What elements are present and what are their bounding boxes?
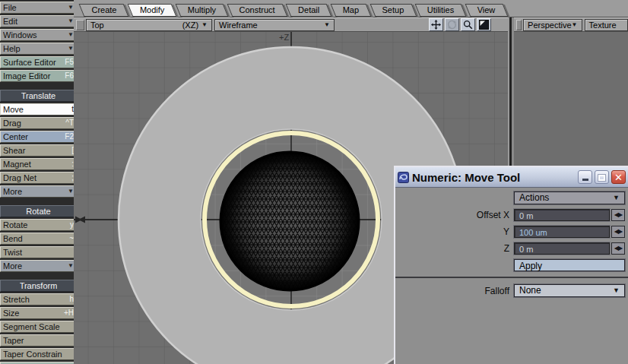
tool-stretch[interactable]: Stretchh	[0, 293, 77, 305]
tab-label: Setup	[382, 5, 404, 14]
actions-label: Actions	[519, 191, 549, 204]
tool-taper[interactable]: Taper	[0, 334, 77, 347]
translate-more-button[interactable]: More	[0, 185, 77, 198]
tab-detail[interactable]: Detail	[288, 4, 329, 17]
tool-magnet[interactable]: Magnet:	[0, 158, 77, 170]
label: Magnet	[3, 159, 71, 169]
chevron-down-icon: ▼	[324, 20, 330, 30]
move-view-button[interactable]	[429, 18, 443, 31]
tab-label: Multiply	[188, 5, 216, 14]
tool-drag-net[interactable]: Drag Net;	[0, 172, 77, 184]
pane-handle-icon[interactable]	[516, 20, 522, 30]
label: More	[3, 261, 68, 271]
label: Edit	[3, 16, 68, 27]
menu-edit[interactable]: Edit	[0, 15, 77, 27]
viewport-nav-icons	[427, 18, 491, 31]
render-mode-dropdown[interactable]: Texture	[585, 19, 628, 31]
label: Rotate	[3, 220, 70, 230]
label: File	[3, 2, 68, 13]
label: Segment Scale	[3, 321, 74, 332]
tool-center[interactable]: CenterF2	[0, 131, 77, 143]
divider	[0, 84, 74, 90]
modeler-app-window: File Edit Windows Help Surface EditorF5 …	[0, 0, 628, 364]
label: Help	[3, 43, 68, 54]
dialog-title: Numeric: Move Tool	[412, 171, 576, 184]
apply-button[interactable]: Apply	[514, 259, 625, 271]
tab-label: Create	[91, 5, 116, 14]
offset-z-field[interactable]: 0 m	[514, 242, 610, 255]
falloff-dropdown[interactable]: None ▼	[514, 284, 625, 297]
perspective-viewport-toolbar: Perspective ▼ Texture	[514, 17, 628, 32]
view-type-value: Top	[90, 20, 104, 30]
view-type-value: Perspective	[528, 20, 571, 30]
numeric-move-tool-dialog: Numeric: Move Tool ✕ Actions ▼ Offset X …	[394, 166, 628, 364]
tool-twist[interactable]: Twist	[0, 246, 77, 258]
image-editor-button[interactable]: Image EditorF6	[0, 70, 77, 82]
tool-drag[interactable]: Drag^T	[0, 117, 77, 129]
tab-construct[interactable]: Construct	[230, 4, 285, 17]
offset-y-stepper[interactable]: ◀▶	[611, 226, 625, 238]
label: Shear	[3, 145, 71, 156]
tool-bend[interactable]: Bend~	[0, 233, 77, 245]
tool-rotate[interactable]: Rotatey	[0, 219, 77, 231]
tab-view[interactable]: View	[468, 4, 506, 17]
chevron-down-icon: ▼	[572, 20, 578, 30]
tab-label: Modify	[140, 5, 164, 14]
zoom-view-button[interactable]	[461, 18, 475, 31]
left-sidebar: File Edit Windows Help Surface EditorF5 …	[0, 0, 74, 364]
tool-taper-constrain[interactable]: Taper Constrain	[0, 348, 77, 360]
rotate-view-button[interactable]	[445, 18, 459, 31]
offset-x-row: Offset X 0 m ◀▶	[395, 208, 625, 221]
menu-file[interactable]: File	[0, 2, 77, 14]
tab-setup[interactable]: Setup	[373, 4, 414, 17]
move-tool-icon	[431, 20, 441, 30]
offset-x-stepper[interactable]: ◀▶	[611, 209, 625, 221]
tab-map[interactable]: Map	[333, 4, 369, 17]
label: More	[3, 186, 68, 197]
tool-segment-scale[interactable]: Segment Scale	[0, 321, 77, 333]
offset-y-label: Y	[503, 226, 509, 237]
tool-shear[interactable]: Shear[	[0, 144, 77, 157]
tab-utilities[interactable]: Utilities	[417, 4, 464, 17]
menu-windows[interactable]: Windows	[0, 29, 77, 41]
tab-label: Construct	[239, 5, 275, 14]
maximize-pane-button[interactable]	[477, 18, 491, 31]
view-type-dropdown[interactable]: Top (XZ) ▼	[86, 19, 212, 31]
label: Center	[3, 131, 65, 142]
wireframe-sphere[interactable]	[220, 152, 359, 290]
maximize-button[interactable]	[595, 170, 609, 184]
dialog-body: Actions ▼ Offset X 0 m ◀▶ Y 100 um ◀▶ Z …	[395, 188, 628, 297]
apply-row: Apply	[395, 258, 625, 271]
tab-multiply[interactable]: Multiply	[178, 4, 226, 17]
chevron-down-icon: ▼	[613, 284, 620, 297]
render-mode-value: Wireframe	[219, 20, 258, 30]
tab-create[interactable]: Create	[81, 4, 126, 17]
offset-x-field[interactable]: 0 m	[514, 209, 610, 221]
actions-dropdown[interactable]: Actions ▼	[514, 191, 625, 204]
view-type-dropdown[interactable]: Perspective ▼	[523, 19, 582, 31]
pane-handle-icon[interactable]	[76, 20, 84, 30]
falloff-row: Falloff None ▼	[395, 284, 625, 297]
offset-z-stepper[interactable]: ◀▶	[611, 242, 625, 255]
dialog-title-bar[interactable]: Numeric: Move Tool ✕	[395, 167, 628, 188]
offset-x-label: Offset X	[477, 210, 509, 220]
label: Drag Net	[3, 173, 71, 183]
render-mode-dropdown[interactable]: Wireframe ▼	[214, 19, 335, 31]
zoom-tool-icon	[463, 20, 473, 30]
tab-label: Map	[343, 5, 359, 14]
close-button[interactable]: ✕	[611, 170, 626, 184]
menu-help[interactable]: Help	[0, 43, 77, 55]
offset-z-row: Z 0 m ◀▶	[395, 242, 625, 255]
section-title: Translate	[21, 90, 56, 101]
surface-editor-button[interactable]: Surface EditorF5	[0, 56, 77, 68]
tab-modify[interactable]: Modify	[130, 4, 174, 17]
shortcut: ^T	[65, 118, 74, 128]
rotate-more-button[interactable]: More	[0, 260, 77, 272]
offset-y-field[interactable]: 100 um	[514, 226, 610, 238]
minimize-button[interactable]	[578, 170, 592, 184]
tool-move[interactable]: Movet	[0, 103, 77, 116]
main-tab-bar: Create Modify Multiply Construct Detail …	[74, 0, 628, 17]
label: Image Editor	[3, 71, 65, 81]
tool-size[interactable]: Size+H	[0, 307, 77, 319]
tab-label: Detail	[298, 5, 319, 14]
